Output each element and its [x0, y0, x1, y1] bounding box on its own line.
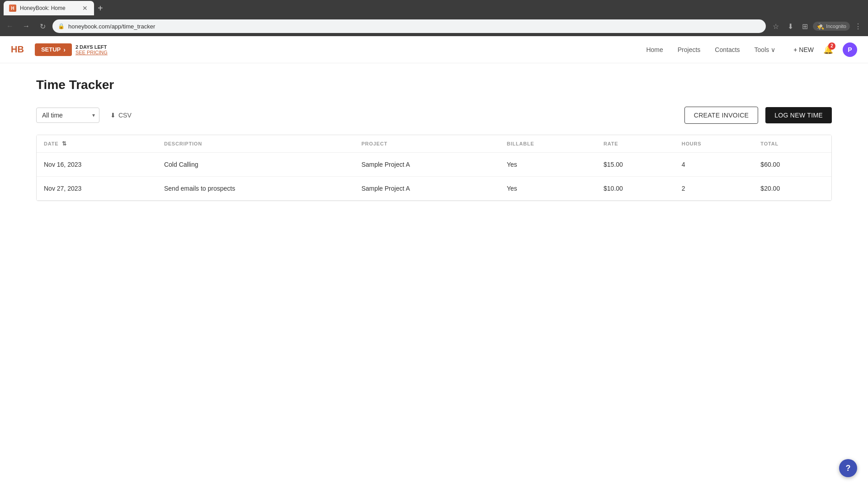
nav-contacts[interactable]: Contacts [715, 46, 740, 53]
notifications-button[interactable]: 🔔 2 [821, 42, 835, 57]
incognito-icon: 🕵 [816, 23, 824, 30]
col-date: DATE ⇅ [37, 135, 157, 153]
browser-chrome: H HoneyBook: Home ✕ + ← → ↻ 🔒 honeybook.… [0, 0, 868, 36]
sort-date-icon[interactable]: ⇅ [62, 141, 67, 147]
row1-date: Nov 16, 2023 [37, 153, 157, 177]
nav-tools[interactable]: Tools ∨ [755, 46, 776, 53]
new-button-label: + NEW [793, 46, 814, 53]
setup-button[interactable]: SETUP › [35, 43, 72, 56]
row1-total: $60.00 [753, 153, 831, 177]
setup-arrow-icon: › [63, 46, 66, 53]
address-bar[interactable]: 🔒 honeybook.com/app/time_tracker [52, 19, 766, 33]
row2-total: $20.00 [753, 177, 831, 201]
lock-icon: 🔒 [58, 23, 65, 29]
nav-projects[interactable]: Projects [678, 46, 701, 53]
avatar[interactable]: P [843, 42, 857, 57]
address-text: honeybook.com/app/time_tracker [68, 23, 760, 30]
time-filter-select[interactable]: All time This week This month Last month… [36, 108, 99, 123]
row2-date: Nov 27, 2023 [37, 177, 157, 201]
see-pricing-link[interactable]: SEE PRICING [75, 50, 108, 55]
table-header-row: DATE ⇅ DESCRIPTION PROJECT BILLABLE RATE… [37, 135, 831, 153]
row1-billable: Yes [500, 153, 596, 177]
forward-button[interactable]: → [20, 20, 33, 33]
trial-info: 2 DAYS LEFT SEE PRICING [75, 44, 108, 55]
tab-close-button[interactable]: ✕ [81, 5, 89, 12]
incognito-badge: 🕵 Incognito [813, 22, 850, 31]
browser-actions: ☆ ⬇ ⊞ 🕵 Incognito ⋮ [769, 20, 864, 33]
log-new-time-button[interactable]: LOG NEW TIME [765, 107, 832, 123]
col-rate: RATE [596, 135, 675, 153]
new-tab-button[interactable]: + [96, 3, 105, 14]
extension-button[interactable]: ⊞ [798, 20, 811, 33]
tab-favicon: H [9, 5, 16, 12]
table-row[interactable]: Nov 16, 2023 Cold Calling Sample Project… [37, 153, 831, 177]
time-entries-table-wrapper: DATE ⇅ DESCRIPTION PROJECT BILLABLE RATE… [36, 135, 832, 201]
col-hours: HOURS [675, 135, 754, 153]
row2-rate: $10.00 [596, 177, 675, 201]
browser-tabs: H HoneyBook: Home ✕ + [0, 0, 868, 16]
download-button[interactable]: ⬇ [784, 20, 797, 33]
row2-billable: Yes [500, 177, 596, 201]
download-csv-icon: ⬇ [110, 112, 116, 119]
col-total: TOTAL [753, 135, 831, 153]
toolbar: All time This week This month Last month… [36, 107, 832, 124]
row1-description: Cold Calling [157, 153, 354, 177]
hb-logo: HB [11, 44, 24, 55]
setup-label: SETUP [41, 46, 61, 53]
top-nav: HB SETUP › 2 DAYS LEFT SEE PRICING Home … [0, 36, 868, 63]
col-project: PROJECT [354, 135, 500, 153]
new-button[interactable]: + NEW [793, 46, 814, 53]
menu-button[interactable]: ⋮ [852, 20, 864, 33]
incognito-label: Incognito [826, 23, 846, 29]
bookmark-button[interactable]: ☆ [769, 20, 782, 33]
back-button[interactable]: ← [4, 20, 16, 33]
filter-select-wrapper: All time This week This month Last month… [36, 108, 99, 123]
row1-rate: $15.00 [596, 153, 675, 177]
main-nav: Home Projects Contacts Tools ∨ [646, 46, 775, 53]
nav-home[interactable]: Home [646, 46, 663, 53]
row2-description: Send emails to prospects [157, 177, 354, 201]
page-title: Time Tracker [36, 78, 832, 92]
row1-project: Sample Project A [354, 153, 500, 177]
time-entries-table: DATE ⇅ DESCRIPTION PROJECT BILLABLE RATE… [37, 135, 831, 201]
row1-hours: 4 [675, 153, 754, 177]
csv-export-button[interactable]: ⬇ CSV [107, 108, 135, 122]
notification-badge: 2 [828, 42, 835, 50]
table-header: DATE ⇅ DESCRIPTION PROJECT BILLABLE RATE… [37, 135, 831, 153]
row2-project: Sample Project A [354, 177, 500, 201]
tools-chevron-icon: ∨ [771, 46, 775, 53]
table-row[interactable]: Nov 27, 2023 Send emails to prospects Sa… [37, 177, 831, 201]
days-left-text: 2 DAYS LEFT [75, 44, 108, 50]
tab-title: HoneyBook: Home [20, 5, 78, 11]
col-billable: BILLABLE [500, 135, 596, 153]
table-body: Nov 16, 2023 Cold Calling Sample Project… [37, 153, 831, 201]
browser-toolbar: ← → ↻ 🔒 honeybook.com/app/time_tracker ☆… [0, 16, 868, 36]
row2-hours: 2 [675, 177, 754, 201]
logo-mark: HB [11, 44, 24, 55]
app-container: HB SETUP › 2 DAYS LEFT SEE PRICING Home … [0, 36, 868, 488]
help-button[interactable]: ? [839, 459, 857, 477]
nav-actions: + NEW 🔔 2 P [793, 42, 857, 57]
csv-label: CSV [118, 112, 132, 119]
page-content: Time Tracker All time This week This mon… [0, 63, 868, 216]
create-invoice-button[interactable]: CREATE INVOICE [684, 107, 758, 124]
col-description: DESCRIPTION [157, 135, 354, 153]
help-label: ? [846, 464, 851, 473]
refresh-button[interactable]: ↻ [36, 20, 49, 33]
active-tab[interactable]: H HoneyBook: Home ✕ [4, 1, 94, 15]
